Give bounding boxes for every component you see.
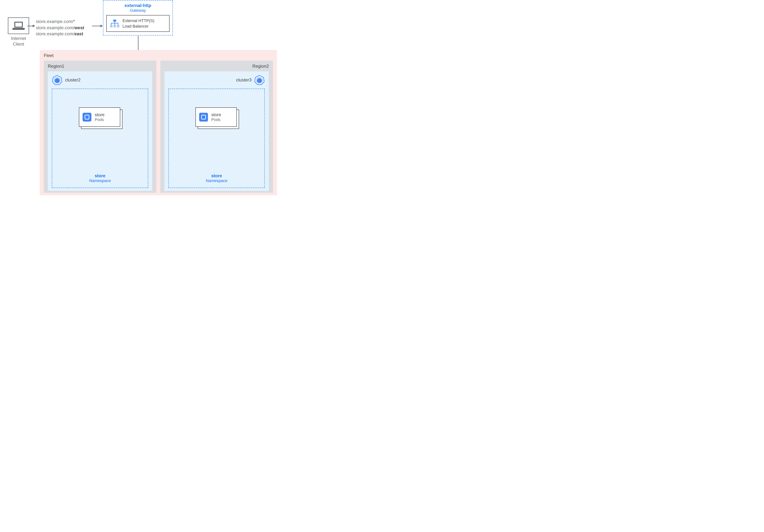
svg-rect-7 [114,23,115,25]
url1-host: store.exampe.com [36,19,72,24]
url2-path: west [74,25,84,30]
region2-label: Region2 [164,64,269,69]
internet-client: Internet Client [5,18,32,47]
pod-icon [82,112,92,122]
region-1: Region1 cluster2 [44,61,156,193]
laptop-icon [8,18,29,34]
lb-line2: Load Balancer [122,24,154,29]
svg-rect-9 [110,25,112,27]
namespace-store-2: store Pods store Namespace [168,89,265,188]
gateway-box: external-http Gateway External HTTP(S) L… [103,0,173,36]
svg-rect-4 [114,22,115,23]
arrowhead-client-urls [33,25,35,27]
pods-stack-2: store Pods [195,107,238,128]
cluster-2: cluster2 store Pods [48,71,152,191]
svg-rect-8 [118,23,118,25]
kubernetes-icon [254,75,265,85]
arrowhead-urls-gateway [100,25,103,27]
ns1-name: store [52,173,148,178]
svg-rect-6 [111,23,111,25]
gateway-type: Gateway [106,8,169,13]
cluster-3: cluster3 store Pods [164,71,269,191]
pods-stack-1: store Pods [79,107,121,128]
lb-line1: External HTTP(S) [122,18,154,24]
pod-icon [199,112,208,122]
svg-rect-20 [199,113,208,121]
client-label-2: Client [5,41,32,47]
namespace-store-1: store Pods store Namespace [52,89,148,188]
pods1-type: Pods [95,117,104,122]
ns1-type: Namespace [52,178,148,183]
arrow-urls-gateway [92,26,101,26]
pods-card-1: store Pods [79,107,120,127]
cluster3-label: cluster3 [236,78,252,83]
svg-rect-1 [15,23,22,27]
pods2-type: Pods [211,117,221,122]
gateway-name: external-http [106,3,169,8]
url3-path: east [74,31,83,36]
url3-host: store.example.com/ [36,31,74,36]
url-paths: store.exampe.com/* store.example.com/wes… [36,18,84,37]
url1-path: /* [72,19,75,24]
pods1-name: store [95,112,104,117]
laptop-svg [12,21,25,30]
cluster2-label: cluster2 [65,78,81,83]
arrow-client-urls [27,26,33,26]
pods-card-2: store Pods [195,107,237,127]
url2-host: store.example.com/ [36,25,74,30]
ns2-name: store [169,173,265,178]
load-balancer-card: External HTTP(S) Load Balancer [106,15,169,32]
region1-label: Region1 [48,64,152,69]
client-label-1: Internet [5,36,32,41]
kubernetes-icon [52,75,63,85]
pods2-name: store [211,112,221,117]
ns2-type: Namespace [169,178,265,183]
svg-rect-15 [83,113,92,121]
fleet-container: Fleet Region1 cluster2 [40,50,277,195]
svg-rect-10 [113,25,116,27]
svg-rect-3 [113,20,116,22]
svg-rect-2 [13,28,25,30]
fleet-label: Fleet [44,53,273,58]
svg-rect-11 [117,25,119,27]
load-balancer-icon [110,19,119,28]
region-2: Region2 cluster3 [160,61,273,193]
